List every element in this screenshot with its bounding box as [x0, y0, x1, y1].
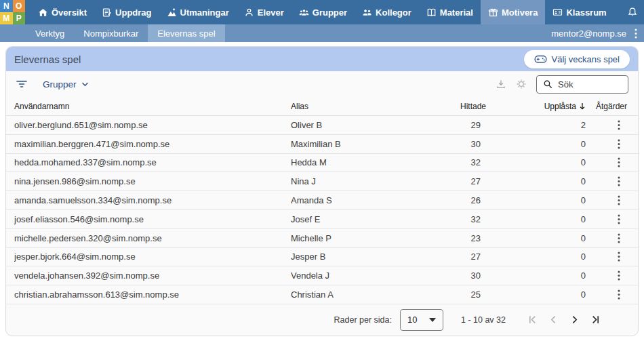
cell-unlocked: 0 — [481, 233, 586, 243]
group-filter-dropdown[interactable]: Grupper — [43, 79, 89, 89]
top-navbar: NOMP Översikt Uppdrag Utmaningar Elever … — [0, 0, 644, 24]
next-page-button[interactable] — [568, 314, 580, 326]
table-row: jesper.bjork.664@sim.nomp.se Jesper B 27… — [6, 248, 638, 267]
logo-tile-n: N — [0, 0, 13, 12]
cell-username: maximilian.berggren.471@sim.nomp.se — [14, 139, 291, 149]
chevron-down-icon — [81, 82, 89, 87]
sub-navbar: Verktyg Nompixburkar Elevernas spel ment… — [0, 24, 644, 42]
cell-username: amanda.samuelsson.334@sim.nomp.se — [14, 195, 291, 205]
pagination-range: 1 - 10 av 32 — [461, 315, 506, 325]
students-games-card: Elevernas spel Välj veckans spel Grupper — [5, 46, 639, 336]
table-row: maximilian.berggren.471@sim.nomp.se Maxi… — [6, 135, 638, 154]
row-actions-kebab-icon[interactable] — [615, 175, 623, 188]
student-icon — [244, 7, 254, 18]
gear-icon[interactable] — [516, 79, 527, 89]
search-input[interactable] — [558, 79, 622, 89]
nav-item-material[interactable]: Material — [419, 0, 481, 24]
subnav-item-nompixburkar[interactable]: Nompixburkar — [74, 24, 148, 42]
account-menu-kebab-icon[interactable] — [630, 28, 641, 39]
cell-alias: Jesper B — [291, 252, 460, 262]
cell-unlocked: 0 — [481, 289, 586, 300]
classroom-icon — [552, 7, 563, 18]
subnav-item-verktyg[interactable]: Verktyg — [26, 24, 74, 42]
cell-found: 23 — [460, 233, 481, 243]
table-row: josef.eliasson.546@sim.nomp.se Josef E 3… — [6, 210, 638, 229]
nav-item-klassrum[interactable]: Klassrum — [545, 0, 613, 24]
card-header: Elevernas spel Välj veckans spel — [6, 47, 638, 71]
colleagues-icon — [362, 7, 372, 18]
logo-tile-o: O — [13, 0, 26, 12]
table-body: oliver.berglund.651@sim.nomp.se Oliver B… — [6, 116, 638, 304]
table-row: michelle.pedersen.320@sim.nomp.se Michel… — [6, 229, 638, 248]
cell-unlocked: 2 — [481, 120, 586, 130]
download-icon[interactable] — [496, 79, 506, 89]
cell-unlocked: 0 — [481, 157, 586, 167]
column-header-alias[interactable]: Alias — [291, 102, 460, 111]
cell-found: 26 — [460, 195, 481, 205]
table-row: nina.jensen.986@sim.nomp.se Nina J 27 0 — [6, 172, 638, 191]
nav-item-uppdrag[interactable]: Uppdrag — [94, 0, 159, 24]
cell-alias: Christian A — [291, 289, 460, 300]
group-filter-label: Grupper — [43, 79, 77, 89]
cell-alias: Nina J — [291, 176, 460, 186]
column-header-unlocked[interactable]: Upplåsta — [481, 102, 586, 111]
nav-item-elever[interactable]: Elever — [237, 0, 291, 24]
groups-icon — [299, 7, 309, 18]
row-actions-kebab-icon[interactable] — [615, 156, 623, 169]
logo-tile-p: P — [13, 12, 26, 24]
row-actions-kebab-icon[interactable] — [615, 194, 623, 207]
home-icon — [38, 7, 48, 18]
first-page-button — [526, 314, 538, 326]
previous-page-button — [547, 314, 559, 326]
cell-found: 29 — [460, 120, 481, 130]
assignment-icon — [102, 7, 112, 18]
material-icon — [426, 7, 437, 18]
account-area: mentor2@nomp.se — [551, 24, 644, 42]
filter-icon[interactable] — [16, 79, 28, 89]
row-actions-kebab-icon[interactable] — [615, 119, 623, 132]
rows-per-page-select[interactable]: 10 — [400, 309, 443, 331]
cell-alias: Michelle P — [291, 233, 460, 243]
table-row: amanda.samuelsson.334@sim.nomp.se Amanda… — [6, 191, 638, 210]
cell-username: nina.jensen.986@sim.nomp.se — [14, 176, 291, 186]
row-actions-kebab-icon[interactable] — [615, 138, 623, 151]
subnav-item-elevernasspel[interactable]: Elevernas spel — [148, 24, 224, 42]
row-actions-kebab-icon[interactable] — [615, 250, 623, 263]
row-actions-kebab-icon[interactable] — [615, 232, 623, 245]
cell-unlocked: 0 — [481, 139, 586, 149]
last-page-button[interactable] — [589, 314, 601, 326]
nav-item-oversikt[interactable]: Översikt — [31, 0, 94, 24]
cell-username: christian.abrahamsson.613@sim.nomp.se — [14, 289, 291, 300]
row-actions-kebab-icon[interactable] — [615, 213, 623, 226]
toolbar-right — [496, 75, 628, 94]
nav-item-kollegor[interactable]: Kollegor — [355, 0, 419, 24]
cell-alias: Josef E — [291, 214, 460, 224]
table-footer: Rader per sida: 10 1 - 10 av 32 — [6, 304, 638, 336]
cell-unlocked: 0 — [481, 195, 586, 205]
choose-weekly-game-label: Välj veckans spel — [552, 54, 620, 64]
choose-weekly-game-button[interactable]: Välj veckans spel — [524, 50, 630, 68]
nav-item-motivera[interactable]: Motivera — [481, 0, 545, 24]
cell-found: 32 — [460, 214, 481, 224]
cell-found: 27 — [460, 252, 481, 262]
cell-found: 30 — [460, 139, 481, 149]
row-actions-kebab-icon[interactable] — [615, 269, 623, 282]
caret-down-icon — [429, 318, 436, 322]
cell-found: 25 — [460, 289, 481, 300]
nav-item-utmaningar[interactable]: Utmaningar — [159, 0, 237, 24]
cell-alias: Hedda M — [291, 157, 460, 167]
cell-unlocked: 0 — [481, 214, 586, 224]
table-row: christian.abrahamsson.613@sim.nomp.se Ch… — [6, 285, 638, 304]
nomp-logo[interactable]: NOMP — [0, 0, 25, 24]
cell-username: vendela.johansen.392@sim.nomp.se — [14, 270, 291, 281]
app-root: NOMP Översikt Uppdrag Utmaningar Elever … — [0, 0, 644, 336]
column-header-found[interactable]: Hittade — [460, 102, 481, 111]
notifications-button[interactable] — [618, 0, 644, 24]
row-actions-kebab-icon[interactable] — [615, 288, 623, 301]
nav-item-grupper[interactable]: Grupper — [291, 0, 355, 24]
cell-username: oliver.berglund.651@sim.nomp.se — [14, 120, 291, 130]
pagination-controls — [526, 314, 601, 326]
column-header-username[interactable]: Användarnamn — [14, 102, 291, 111]
cell-alias: Oliver B — [291, 120, 460, 130]
page-title: Elevernas spel — [14, 54, 81, 65]
